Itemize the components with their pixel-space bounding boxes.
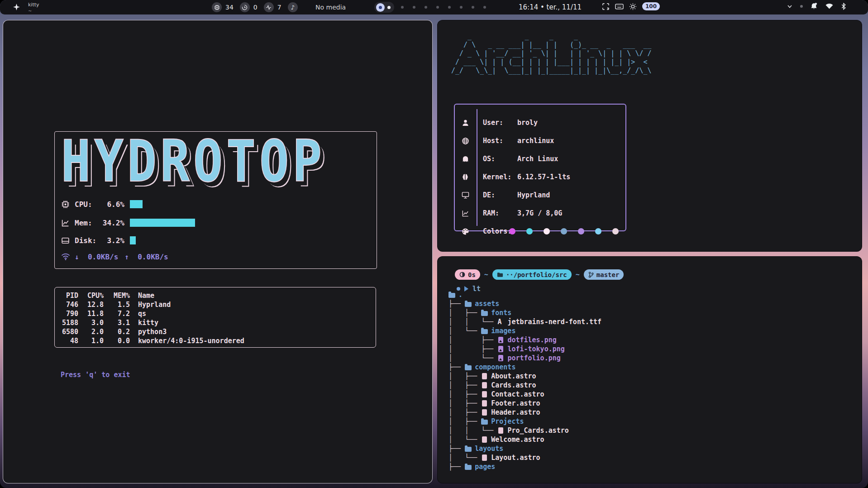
workspace-dots[interactable]	[401, 6, 486, 9]
palette-dot	[578, 228, 584, 234]
workspace-active-indicator[interactable]	[376, 3, 385, 12]
tree-guides: ├──	[448, 444, 465, 453]
panel-divider	[477, 109, 477, 226]
window-subtitle-text: ~	[28, 9, 32, 14]
user-icon	[461, 119, 470, 127]
tree-node-icon	[482, 373, 487, 379]
prompt-separator: ~	[484, 271, 488, 279]
wifi-icon[interactable]	[825, 3, 834, 10]
tree-node-name: Layout.astro	[491, 453, 540, 462]
tree-row: ├── layouts	[448, 444, 601, 453]
system-stats-group[interactable]: 34 0 7 ♪	[212, 2, 298, 12]
workspace-dot[interactable]	[460, 6, 463, 9]
tree-node-name: Footer.astro	[491, 399, 540, 408]
table-row: 5188 3.0 3.1 kitty	[61, 318, 376, 327]
tree-node-name: pages	[475, 462, 495, 471]
workspace-dot[interactable]	[448, 6, 451, 9]
hydrotop-logo: HYDROTOP	[61, 133, 325, 190]
workspace-dot[interactable]	[483, 6, 486, 9]
tree-node-icon	[498, 355, 503, 361]
cpu-temp-value: 34	[225, 4, 234, 11]
workspace-switcher[interactable]	[374, 2, 394, 13]
tree-guides: │ ├──	[448, 344, 497, 354]
launcher-icon[interactable]	[13, 3, 20, 11]
shell-terminal-window[interactable]: 0s ~ ··/portfolio/src ~ master lt	[437, 256, 862, 483]
notification-bell-icon[interactable]	[810, 2, 818, 10]
git-branch-pill: master	[584, 269, 624, 280]
disk-drive-icon	[61, 236, 71, 245]
process-name: python3	[138, 327, 167, 336]
bluetooth-icon[interactable]	[841, 3, 846, 10]
tree-node-name: assets	[475, 299, 499, 308]
chart-line-icon	[61, 219, 71, 227]
file-tree: . ├── assets │ ├── fonts │ │ └──	[448, 290, 601, 471]
hydrotop-panel: HYDROTOP CPU: 6.6% Mem: 34.2%	[54, 131, 377, 269]
palette-dot	[526, 228, 533, 234]
media-status[interactable]: No media	[315, 4, 346, 11]
tree-node-name: Projects	[491, 417, 524, 426]
screenshot-icon[interactable]	[602, 3, 610, 10]
workspace-occupied-indicator[interactable]	[387, 6, 391, 9]
chevron-down-icon[interactable]	[787, 3, 793, 10]
process-pid: 790	[61, 309, 78, 318]
tree-node-name: portfolio.png	[507, 354, 560, 363]
swap-value: 0	[253, 4, 258, 11]
tree-row: │ ├── Cards.astro	[448, 381, 601, 390]
workspace-dot[interactable]	[472, 6, 474, 9]
tree-node-icon	[482, 400, 487, 407]
process-mem: 1.5	[104, 300, 130, 309]
tree-guides: │ │ └──	[448, 426, 497, 435]
tree-node-name: Contact.astro	[491, 390, 544, 399]
process-mem: 0.0	[104, 336, 130, 345]
tree-row: │ └── portfolio.png	[448, 354, 601, 363]
disk-label: Disk:	[75, 236, 98, 245]
mem-label: Mem:	[75, 219, 98, 227]
process-cpu: 2.0	[78, 327, 104, 336]
ghost-icon	[461, 155, 470, 163]
cpu-chip-icon	[212, 2, 222, 12]
battery-indicator[interactable]: 100	[642, 2, 660, 10]
process-mem: 7.2	[104, 309, 130, 318]
tree-row: │ └── images	[448, 326, 601, 335]
tree-guides: │ ├──	[448, 372, 481, 381]
tree-guides: │ ├──	[448, 417, 481, 426]
system-info-panel: User: broly Host: archlinux OS: Arch Lin…	[454, 104, 626, 231]
tree-guides: ├──	[448, 299, 465, 308]
tree-guides: │ ├──	[448, 335, 497, 344]
hydrotop-terminal-window[interactable]: HYDROTOP CPU: 6.6% Mem: 34.2%	[3, 20, 433, 483]
monitor-icon	[461, 191, 470, 199]
workspace-dot[interactable]	[401, 6, 404, 9]
process-mem: 0.2	[104, 327, 130, 336]
tree-row: │ ├── Contact.astro	[448, 390, 601, 399]
tree-node-icon	[482, 436, 487, 443]
chart-line-icon	[461, 210, 470, 217]
load-value: 7	[277, 4, 281, 11]
palette-dot	[561, 228, 567, 234]
tree-node-icon	[482, 409, 487, 416]
wifi-icon	[61, 253, 71, 260]
activity-pulse-icon	[264, 2, 274, 12]
tree-node-icon	[448, 293, 455, 298]
tree-row: │ ├── Projects	[448, 417, 601, 426]
workspace-dot[interactable]	[424, 6, 427, 9]
tree-node-name: Cards.astro	[491, 381, 536, 390]
fetch-terminal-window[interactable]: _ _ _ _ / \ _ __ ___| |__ | | (_)_ __ _ …	[437, 20, 862, 252]
tree-row: │ ├── Header.astro	[448, 408, 601, 417]
globe-icon	[461, 137, 470, 145]
tree-row: │ │ └── Pro_Cards.astro	[448, 426, 601, 435]
git-branch-icon	[588, 272, 594, 278]
workspace-dot[interactable]	[413, 6, 415, 9]
clock[interactable]: 16:14 • ter., 11/11	[519, 3, 582, 11]
tree-guides: ├──	[448, 462, 465, 471]
workspace-dot[interactable]	[436, 6, 439, 9]
cpu-label: CPU:	[75, 200, 98, 209]
disk-usage-row: Disk: 3.2%	[61, 235, 124, 246]
brightness-icon[interactable]	[629, 3, 637, 10]
prompt-separator: ~	[576, 271, 580, 279]
process-name: qs	[138, 309, 146, 318]
keyboard-icon[interactable]	[615, 3, 624, 10]
tree-node-name: About.astro	[491, 372, 536, 381]
network-row: ↓ 0.0KB/s ↑ 0.0KB/s	[61, 251, 168, 262]
process-pid: 5188	[61, 318, 78, 327]
disk-value: 3.2%	[98, 236, 124, 245]
